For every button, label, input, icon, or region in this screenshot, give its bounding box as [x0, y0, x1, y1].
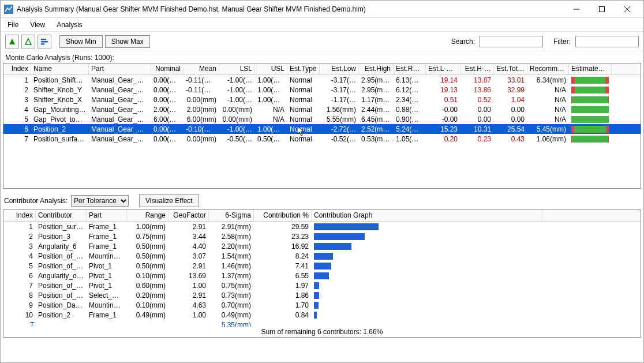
contribution-bar	[312, 233, 542, 240]
table-row[interactable]: 2Position_3Frame_10.75(mm)3.442.58(mm)23…	[3, 231, 641, 241]
cell: 1.05(mm)	[394, 135, 426, 143]
column-header[interactable]: Contributor	[36, 210, 87, 221]
table-row[interactable]: 5Position_of_ho…Pivot_10.50(mm)2.911.46(…	[3, 261, 641, 271]
table-row[interactable]: 5Gap_Pivot_to_StickManual_Gear_Sh…6.00(m…	[3, 114, 641, 124]
column-header[interactable]: LSL	[219, 63, 255, 74]
cell: 2.34(mm)	[394, 96, 426, 104]
app-icon	[4, 5, 13, 14]
column-header[interactable]: Est.L-O…	[426, 63, 460, 74]
table-row[interactable]: 7Position_surfacic…Manual_Gear_Sh…0.00(m…	[3, 134, 641, 144]
column-header[interactable]: USL	[255, 63, 287, 74]
cell: 3	[3, 96, 31, 104]
column-header[interactable]: GeoFactor	[169, 210, 209, 221]
cell: Total:	[3, 321, 36, 327]
cell: 1.97	[254, 282, 312, 290]
cell: 0.00(mm)	[151, 96, 184, 104]
column-header[interactable]: Part	[87, 210, 127, 221]
table-row[interactable]: 6Angularity_of_…Pivot_10.10(mm)13.691.37…	[3, 271, 641, 280]
visualize-effect-button[interactable]: Visualize Effect	[139, 194, 199, 207]
column-header[interactable]: Index	[3, 63, 31, 74]
cell: -1.17(…	[320, 96, 359, 104]
cell: Normal	[287, 86, 320, 94]
column-header[interactable]: Contribution Graph	[312, 210, 542, 221]
column-header[interactable]: Est.H-…	[460, 63, 494, 74]
cell: 1.56(mm)	[320, 106, 359, 114]
search-label: Search:	[451, 38, 475, 46]
show-max-button[interactable]: Show Max	[105, 35, 150, 48]
cell: 16.92	[254, 242, 312, 250]
cell: 23.23	[254, 233, 312, 241]
cell: 0.23	[460, 135, 494, 143]
column-header[interactable]: Est.Type	[287, 63, 320, 74]
column-header[interactable]: Est.Tot…	[494, 63, 527, 74]
cell: Normal	[287, 125, 320, 133]
bars-icon[interactable]	[38, 35, 51, 48]
close-button[interactable]	[615, 1, 640, 17]
cell: 0.20(mm)	[127, 291, 169, 300]
cell: 2.91	[169, 223, 209, 231]
table-row[interactable]: 9Position_Datu…Mountin…0.10(mm)4.630.70(…	[3, 300, 641, 310]
cell: Manual_Gear_Sh…	[89, 86, 151, 94]
minimize-button[interactable]	[564, 1, 589, 17]
cell: Pivot_1	[87, 282, 127, 290]
cell: 0.49(mm)	[209, 311, 254, 319]
cell: 6.12(mm)	[394, 86, 426, 94]
menu-view[interactable]: View	[25, 20, 50, 30]
maximize-button[interactable]	[589, 1, 615, 17]
show-min-button[interactable]: Show Min	[59, 35, 103, 48]
column-header[interactable]: Range	[127, 210, 169, 221]
column-header[interactable]: 6-Sigma	[209, 210, 254, 221]
column-header[interactable]: Est.Low	[320, 63, 359, 74]
cell: 25.54	[494, 125, 527, 133]
search-input[interactable]	[480, 36, 543, 47]
menu-analysis[interactable]: Analysis	[52, 20, 87, 30]
column-header[interactable]: Part	[89, 63, 151, 74]
cell: 4	[3, 106, 31, 114]
contribution-bar	[312, 263, 542, 270]
column-header[interactable]: Estimated P…	[569, 63, 612, 74]
table-row[interactable]: 2Shifter_Knob_YManual_Gear_Sh…0.00(mm)-0…	[3, 85, 641, 95]
cell: N/A	[255, 115, 287, 124]
cell: 1.00(mm)	[255, 86, 287, 94]
cell: 6.55	[254, 272, 312, 280]
table-row[interactable]: 1Position_surfa…Frame_11.00(mm)2.912.91(…	[3, 222, 641, 231]
cell: Position_surfa…	[36, 223, 87, 231]
cpk-bar	[569, 106, 612, 113]
cell: 15.23	[426, 125, 460, 133]
table-row[interactable]: 1Position_Shifter_…Manual_Gear_Sh…0.00(m…	[3, 75, 641, 85]
cell: Manual_Gear_Sh…	[89, 135, 151, 143]
cell: 2.91	[169, 262, 209, 270]
cell: 3	[3, 242, 36, 250]
column-header[interactable]: Mean	[184, 63, 219, 74]
table-row[interactable]: 3Shifter_Knob_XManual_Gear_Sh…0.00(mm)0.…	[3, 95, 641, 104]
column-header[interactable]: Index	[3, 210, 36, 221]
cell: 1.37(mm)	[209, 272, 254, 280]
column-header[interactable]: Est.Ra…	[394, 63, 426, 74]
table-row[interactable]: 7Position_of_slo…Pivot_10.60(mm)1.000.75…	[3, 280, 641, 290]
column-header[interactable]: Name	[31, 63, 89, 74]
cell: Manual_Gear_Sh…	[89, 115, 151, 124]
column-header[interactable]: Nominal	[151, 63, 184, 74]
contributor-mode-select[interactable]: Per Tolerance	[71, 195, 129, 207]
filter-input[interactable]	[575, 36, 639, 47]
cell: 0.00(mm)	[219, 106, 255, 114]
column-header[interactable]: Recommen…	[527, 63, 569, 74]
cell: 8.24	[254, 252, 312, 260]
cell: Position_3	[36, 233, 87, 241]
table-row[interactable]: 4Position_of_ho…Mountin…0.50(mm)3.071.54…	[3, 251, 641, 261]
table-row[interactable]: 8Position_of_ba…Select_…0.20(mm)2.910.73…	[3, 290, 641, 300]
tree-solid-icon[interactable]	[5, 35, 19, 48]
cell: 1.17(mm)	[359, 96, 394, 104]
contribution-bar	[312, 243, 542, 250]
table-row[interactable]: 4Gap_Mounting_B…Manual_Gear_Sh…2.00(mm)2…	[3, 104, 641, 114]
tree-outline-icon[interactable]	[21, 35, 35, 48]
column-header[interactable]: Contribution %	[254, 210, 312, 221]
menu-file[interactable]: File	[3, 20, 23, 30]
column-header[interactable]: Est.High	[359, 63, 394, 74]
table-row[interactable]: 6Position_2Manual_Gear_Sh…0.00(mm)-0.10(…	[3, 124, 641, 134]
table-row[interactable]: 10Position_2Frame_10.49(mm)1.000.49(mm)0…	[3, 310, 641, 320]
cell: 1.00(mm)	[255, 76, 287, 84]
cell: -1.00(…	[219, 125, 255, 133]
table-row[interactable]: 3Angularity_6Frame_10.50(mm)4.402.20(mm)…	[3, 241, 641, 251]
cell: Position_of_ba…	[36, 291, 87, 300]
